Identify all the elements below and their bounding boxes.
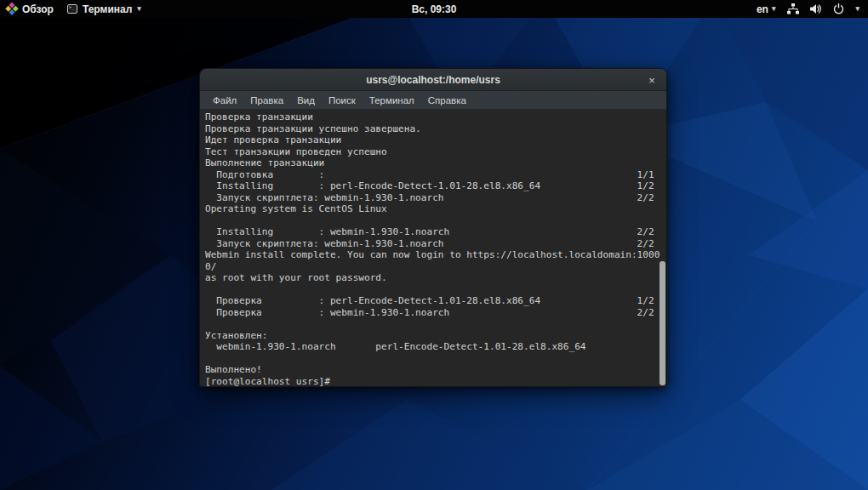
- terminal-menubar: Файл Правка Вид Поиск Терминал Справка: [200, 91, 666, 110]
- menu-file[interactable]: Файл: [206, 91, 243, 110]
- network-wired-icon: [787, 3, 799, 14]
- terminal-line: Выполнение транзакции: [205, 157, 666, 169]
- chevron-down-icon: ▾: [772, 5, 776, 13]
- close-icon: ×: [648, 74, 655, 87]
- terminal-line: webmin-1.930-1.noarch perl-Encode-Detect…: [205, 341, 666, 353]
- terminal-line: Идет проверка транзакции: [205, 134, 666, 146]
- app-menu-label: Терминал: [83, 3, 132, 15]
- terminal-line: Проверка : perl-Encode-Detect-1.01-28.el…: [205, 295, 666, 307]
- app-menu-terminal[interactable]: Терминал ▾: [67, 0, 141, 18]
- window-titlebar[interactable]: usrs@localhost:/home/usrs ×: [200, 69, 666, 91]
- chevron-down-icon: ▾: [855, 5, 859, 13]
- keyboard-layout-menu[interactable]: en ▾: [757, 3, 776, 15]
- menu-view[interactable]: Вид: [290, 91, 322, 110]
- terminal-window: usrs@localhost:/home/usrs × Файл Правка …: [199, 68, 667, 387]
- terminal-line: [205, 215, 666, 227]
- top-bar: Обзор Терминал ▾ Вс, 09:30 en ▾: [0, 0, 868, 18]
- terminal-line: [205, 318, 666, 330]
- menu-terminal[interactable]: Терминал: [363, 91, 421, 110]
- terminal-scrollbar[interactable]: [660, 261, 665, 385]
- activities-button[interactable]: Обзор: [7, 0, 54, 18]
- terminal-line: Тест транзакции проведен успешно: [205, 146, 666, 158]
- terminal-line: Проверка : webmin-1.930-1.noarch 2/2: [205, 307, 666, 319]
- terminal-line: [root@localhost usrs]#: [205, 376, 666, 388]
- terminal-line: as root with your root password.: [205, 272, 666, 284]
- terminal-line: Подготовка : 1/1: [205, 169, 666, 181]
- terminal-line: Выполнено!: [205, 364, 666, 376]
- terminal-line: Проверка транзакции успешно завершена.: [205, 123, 666, 135]
- chevron-down-icon: ▾: [137, 5, 141, 13]
- terminal-line: Установлен:: [205, 330, 666, 342]
- menu-edit[interactable]: Правка: [243, 91, 290, 110]
- terminal-line: Installing : perl-Encode-Detect-1.01-28.…: [205, 180, 666, 192]
- activities-label: Обзор: [22, 3, 54, 15]
- window-title: usrs@localhost:/home/usrs: [366, 74, 500, 86]
- menu-help[interactable]: Справка: [421, 91, 473, 110]
- terminal-line: Webmin install complete. You can now log…: [205, 249, 666, 261]
- system-status-menu[interactable]: ▾: [787, 3, 859, 14]
- terminal-line: Operating system is CentOS Linux: [205, 203, 666, 215]
- terminal-content[interactable]: Проверка транзакции Проверка транзакции …: [200, 110, 666, 387]
- terminal-line: Проверка транзакции: [205, 111, 666, 123]
- centos-logo-icon: [5, 2, 20, 16]
- terminal-line: 0/: [205, 261, 666, 273]
- terminal-line: Запуск скриптлета: webmin-1.930-1.noarch…: [205, 238, 666, 250]
- terminal-line: Installing : webmin-1.930-1.noarch 2/2: [205, 226, 666, 238]
- terminal-app-icon: [67, 4, 77, 14]
- volume-icon: [810, 3, 822, 14]
- clock-label: Вс, 09:30: [412, 3, 457, 15]
- power-icon: [833, 3, 844, 14]
- keyboard-layout-label: en: [757, 3, 768, 15]
- close-button[interactable]: ×: [643, 71, 660, 88]
- terminal-line: Запуск скриптлета: webmin-1.930-1.noarch…: [205, 192, 666, 204]
- menu-search[interactable]: Поиск: [322, 91, 363, 110]
- terminal-line: [205, 284, 666, 296]
- terminal-line: [205, 353, 666, 365]
